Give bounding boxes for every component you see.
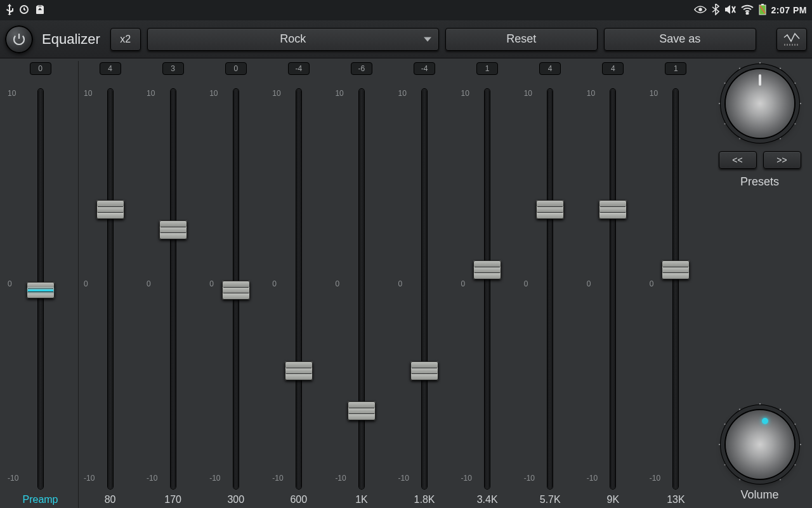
scale-top: 10 — [272, 89, 280, 98]
scale-top: 10 — [335, 89, 343, 98]
band-value: -4 — [288, 62, 310, 75]
scale-bot: -10 — [524, 474, 535, 483]
power-button[interactable] — [5, 25, 33, 53]
scale-bot: -10 — [461, 474, 472, 483]
preamp-column: 0 10 0 -10 Preamp — [3, 61, 79, 508]
scale-mid: 0 — [587, 279, 591, 288]
scale-mid: 0 — [650, 279, 654, 288]
right-panel: << >> Presets Volume — [707, 58, 812, 508]
balance-knob[interactable] — [726, 69, 794, 138]
preset-selected-label: Rock — [280, 32, 306, 46]
band-track — [359, 89, 364, 489]
wifi-icon — [741, 4, 754, 17]
band-track — [673, 89, 678, 489]
band-value: -6 — [351, 62, 372, 75]
graphic-eq-button[interactable] — [776, 28, 807, 51]
volume-knob[interactable] — [726, 410, 794, 479]
eq-bands: 0 10 0 -10 Preamp 4100-10803100-10170010… — [0, 58, 707, 508]
band-value: 4 — [539, 62, 561, 75]
scale-top: 10 — [461, 89, 469, 98]
band-value: 4 — [100, 62, 121, 75]
scale-bot: -10 — [335, 474, 346, 483]
band-slider-thumb[interactable] — [222, 281, 250, 300]
band-slider-thumb[interactable] — [348, 401, 376, 420]
band-600: -4100-10600 — [267, 61, 330, 508]
band-freq-label: 600 — [267, 494, 330, 505]
preset-prev-button[interactable]: << — [719, 151, 757, 169]
band-1K: -6100-101K — [330, 61, 393, 508]
scale-mid: 0 — [335, 279, 339, 288]
band-freq-label: 5.7K — [519, 494, 582, 505]
scale-bot: -10 — [272, 474, 283, 483]
band-freq-label: 3.4K — [456, 494, 519, 505]
scale-top: 10 — [209, 89, 218, 98]
scale-mid: 0 — [272, 279, 277, 288]
band-freq-label: 9K — [582, 494, 645, 505]
svg-rect-4 — [761, 4, 764, 5]
band-freq-label: 13K — [645, 494, 707, 505]
band-slider-thumb[interactable] — [599, 200, 627, 219]
balance-knob-wrap — [719, 62, 801, 145]
eye-icon — [694, 5, 707, 16]
scale-mid: 0 — [461, 279, 466, 288]
band-freq-label: 1K — [330, 494, 393, 505]
scale-bot: -10 — [650, 474, 660, 483]
band-value: 1 — [665, 62, 686, 75]
band-300: 0100-10300 — [204, 61, 267, 508]
volume-label: Volume — [740, 488, 778, 502]
band-slider-thumb[interactable] — [662, 260, 690, 279]
preamp-slider-thumb[interactable] — [27, 282, 55, 298]
band-9K: 4100-109K — [582, 61, 645, 508]
band-slider-thumb[interactable] — [536, 200, 564, 219]
app-title: Equalizer — [39, 31, 104, 48]
reset-button[interactable]: Reset — [445, 28, 598, 51]
scale-bot: -10 — [209, 474, 220, 483]
battery-icon — [759, 4, 766, 17]
band-slider-thumb[interactable] — [410, 361, 438, 380]
preamp-value: 0 — [30, 62, 51, 75]
scale-top: 10 — [147, 89, 155, 98]
band-value: 4 — [602, 62, 624, 75]
scale-top: 10 — [650, 89, 658, 98]
band-track — [610, 89, 615, 489]
band-13K: 1100-1013K — [645, 61, 707, 508]
svg-point-2 — [746, 12, 748, 14]
band-freq-label: 300 — [204, 494, 267, 505]
save-as-button[interactable]: Save as — [604, 28, 756, 51]
scale-top: 10 — [8, 89, 16, 98]
band-freq-label: 170 — [141, 494, 204, 505]
scale-bot: -10 — [84, 474, 95, 483]
multiplier-button[interactable]: x2 — [110, 28, 141, 51]
band-track — [171, 89, 176, 489]
band-1.8K: -4100-101.8K — [393, 61, 455, 508]
scale-bot: -10 — [147, 474, 157, 483]
scale-mid: 0 — [8, 279, 12, 288]
band-track — [422, 89, 427, 489]
app-toolbar: Equalizer x2 Rock Reset Save as — [0, 20, 812, 58]
scale-bot: -10 — [398, 474, 409, 483]
mute-icon — [724, 4, 736, 17]
preset-dropdown[interactable]: Rock — [147, 28, 439, 51]
band-freq-label: 1.8K — [393, 494, 455, 505]
band-value: -4 — [414, 62, 435, 75]
band-slider-thumb[interactable] — [159, 220, 187, 239]
scale-top: 10 — [524, 89, 532, 98]
scale-top: 10 — [398, 89, 406, 98]
band-slider-thumb[interactable] — [473, 260, 501, 279]
svg-point-1 — [699, 8, 702, 11]
preset-next-button[interactable]: >> — [763, 151, 801, 169]
band-slider-thumb[interactable] — [96, 200, 124, 219]
status-clock: 2:07 PM — [771, 5, 807, 15]
scale-mid: 0 — [84, 279, 88, 288]
volume-knob-wrap — [719, 403, 801, 486]
band-slider-thumb[interactable] — [285, 361, 313, 380]
band-track — [108, 89, 113, 489]
band-track — [547, 89, 553, 489]
usb-icon — [5, 4, 14, 17]
equalizer-panel: 0 10 0 -10 Preamp 4100-10803100-10170010… — [0, 58, 812, 508]
scale-mid: 0 — [209, 279, 214, 288]
band-value: 3 — [162, 62, 184, 75]
preamp-label: Preamp — [3, 494, 78, 505]
play-store-icon — [34, 4, 46, 17]
band-3.4K: 1100-103.4K — [456, 61, 519, 508]
